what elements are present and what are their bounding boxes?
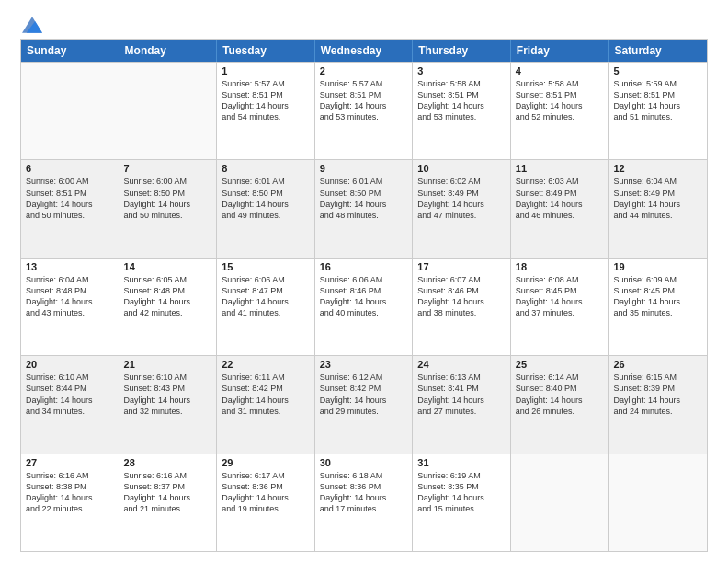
cell-info-line: Daylight: 14 hours [26,199,114,210]
cell-info-line: Sunrise: 6:18 AM [320,470,408,481]
cell-info-line: and 49 minutes. [222,210,310,221]
logo [20,17,42,29]
cell-info-line: and 26 minutes. [516,406,604,417]
calendar-cell: 13Sunrise: 6:04 AMSunset: 8:48 PMDayligh… [21,259,119,355]
calendar-cell [21,63,119,159]
cell-info-line: Daylight: 14 hours [222,100,310,111]
cell-info-line: Sunrise: 6:04 AM [613,176,702,187]
calendar-cell: 29Sunrise: 6:17 AMSunset: 8:36 PMDayligh… [217,454,315,551]
day-number: 28 [124,457,212,468]
cell-info-line: Daylight: 14 hours [26,296,114,307]
day-number: 13 [26,261,114,272]
calendar-cell: 8Sunrise: 6:01 AMSunset: 8:50 PMDaylight… [217,160,315,257]
cell-info-line: and 43 minutes. [26,307,114,318]
cell-info-line: and 48 minutes. [320,210,408,221]
header-day: Thursday [413,40,511,62]
cell-info-line: Sunset: 8:43 PM [124,383,212,394]
cell-info-line: Sunrise: 6:00 AM [26,176,114,187]
cell-info-line: Sunrise: 6:02 AM [417,176,506,187]
cell-info-line: and 53 minutes. [320,111,408,122]
cell-info-line: Daylight: 14 hours [417,492,506,503]
day-number: 10 [417,163,506,174]
day-number: 18 [516,261,604,272]
cell-info-line: Daylight: 14 hours [222,395,310,406]
cell-info-line: Daylight: 14 hours [124,395,212,406]
cell-info-line: and 46 minutes. [516,210,604,221]
cell-info-line: Daylight: 14 hours [516,100,604,111]
cell-info-line: Sunset: 8:50 PM [320,188,408,199]
cell-info-line: Daylight: 14 hours [124,492,212,503]
day-number: 7 [124,163,212,174]
cell-info-line: Sunset: 8:51 PM [26,188,114,199]
cell-info-line: and 32 minutes. [124,406,212,417]
cell-info-line: Sunrise: 6:08 AM [516,274,604,285]
page: SundayMondayTuesdayWednesdayThursdayFrid… [0,0,728,563]
day-number: 3 [417,65,506,76]
cell-info-line: Daylight: 14 hours [613,100,702,111]
cell-info-line: Sunrise: 6:12 AM [320,372,408,383]
cell-info-line: Sunrise: 6:00 AM [124,176,212,187]
header-day: Monday [119,40,218,62]
cell-info-line: Sunrise: 6:06 AM [320,274,408,285]
calendar-cell: 20Sunrise: 6:10 AMSunset: 8:44 PMDayligh… [21,356,119,453]
cell-info-line: Sunrise: 6:07 AM [417,274,506,285]
calendar-cell: 23Sunrise: 6:12 AMSunset: 8:42 PMDayligh… [315,356,414,453]
calendar-header: SundayMondayTuesdayWednesdayThursdayFrid… [21,40,707,62]
cell-info-line: Sunset: 8:51 PM [320,89,408,100]
cell-info-line: Sunrise: 6:05 AM [124,274,212,285]
cell-info-line: Sunrise: 6:03 AM [516,176,604,187]
cell-info-line: Sunset: 8:44 PM [26,383,114,394]
cell-info-line: Sunrise: 6:10 AM [26,372,114,383]
calendar-cell: 16Sunrise: 6:06 AMSunset: 8:46 PMDayligh… [315,259,414,355]
cell-info-line: Daylight: 14 hours [613,395,702,406]
cell-info-line: Daylight: 14 hours [320,492,408,503]
header-day: Saturday [609,40,707,62]
cell-info-line: Sunrise: 6:15 AM [613,372,702,383]
logo-icon [22,17,42,33]
cell-info-line: Sunrise: 6:13 AM [417,372,506,383]
calendar-cell: 27Sunrise: 6:16 AMSunset: 8:38 PMDayligh… [21,454,119,551]
cell-info-line: Sunrise: 6:06 AM [222,274,310,285]
cell-info-line: Daylight: 14 hours [516,199,604,210]
day-number: 21 [124,359,212,370]
day-number: 5 [613,65,702,76]
cell-info-line: Sunset: 8:51 PM [417,89,506,100]
calendar-cell: 11Sunrise: 6:03 AMSunset: 8:49 PMDayligh… [511,160,609,257]
day-number: 23 [320,359,408,370]
cell-info-line: Sunrise: 6:17 AM [222,470,310,481]
cell-info-line: Sunrise: 5:57 AM [222,78,310,89]
cell-info-line: Daylight: 14 hours [320,395,408,406]
cell-info-line: Sunset: 8:38 PM [26,481,114,492]
cell-info-line: Sunset: 8:37 PM [124,481,212,492]
cell-info-line: Sunset: 8:50 PM [124,188,212,199]
calendar-cell [609,454,707,551]
cell-info-line: Sunset: 8:51 PM [222,89,310,100]
cell-info-line: Daylight: 14 hours [613,296,702,307]
cell-info-line: Sunrise: 6:01 AM [222,176,310,187]
header-day: Friday [511,40,609,62]
cell-info-line: and 34 minutes. [26,406,114,417]
cell-info-line: Sunset: 8:46 PM [320,285,408,296]
calendar-cell: 21Sunrise: 6:10 AMSunset: 8:43 PMDayligh… [119,356,218,453]
calendar-cell: 1Sunrise: 5:57 AMSunset: 8:51 PMDaylight… [217,63,315,159]
calendar-cell: 7Sunrise: 6:00 AMSunset: 8:50 PMDaylight… [119,160,218,257]
calendar-cell: 22Sunrise: 6:11 AMSunset: 8:42 PMDayligh… [217,356,315,453]
cell-info-line: Sunset: 8:41 PM [417,383,506,394]
day-number: 15 [222,261,310,272]
cell-info-line: Sunset: 8:47 PM [222,285,310,296]
calendar-cell: 10Sunrise: 6:02 AMSunset: 8:49 PMDayligh… [413,160,511,257]
calendar-cell: 6Sunrise: 6:00 AMSunset: 8:51 PMDaylight… [21,160,119,257]
cell-info-line: and 38 minutes. [417,307,506,318]
cell-info-line: Sunset: 8:42 PM [222,383,310,394]
day-number: 2 [320,65,408,76]
cell-info-line: Daylight: 14 hours [222,199,310,210]
day-number: 22 [222,359,310,370]
cell-info-line: Sunset: 8:49 PM [613,188,702,199]
cell-info-line: Sunrise: 6:01 AM [320,176,408,187]
calendar-cell [119,63,218,159]
day-number: 25 [516,359,604,370]
cell-info-line: and 50 minutes. [26,210,114,221]
cell-info-line: Sunset: 8:45 PM [613,285,702,296]
cell-info-line: Sunrise: 5:58 AM [516,78,604,89]
calendar-cell: 31Sunrise: 6:19 AMSunset: 8:35 PMDayligh… [413,454,511,551]
